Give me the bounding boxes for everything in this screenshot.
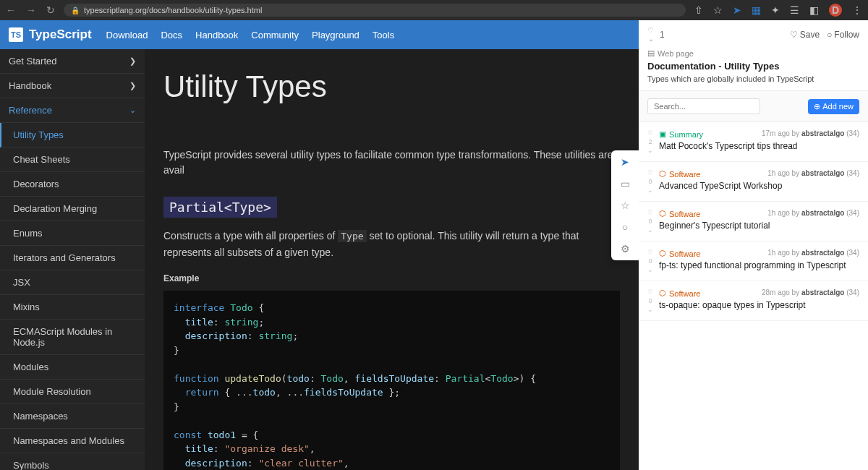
sidebar-item[interactable]: Cheat Sheets — [0, 148, 145, 172]
sidebar-item[interactable]: ECMAScript Modules in Node.js — [0, 320, 145, 355]
vote-count: 0 — [648, 257, 652, 265]
tool-gear-icon[interactable]: ⚙ — [621, 243, 630, 255]
downvote-icon[interactable]: ⌄ — [647, 147, 653, 154]
section-heading: Partial<Type> — [163, 200, 620, 215]
downvote-icon[interactable]: ⌄ — [647, 266, 653, 273]
list-item-body: ▣ Summary17m ago by abstractalgo (34)Mat… — [659, 129, 859, 154]
site-nav: DownloadDocsHandbookCommunityPlaygroundT… — [106, 30, 395, 40]
heart-icon: ♡ — [647, 26, 654, 34]
chevron-icon: ⌄ — [129, 106, 136, 115]
category-tag: ⬡ Software — [659, 169, 700, 179]
downvote-icon: ⌄ — [648, 35, 654, 43]
sidebar-item[interactable]: Namespaces — [0, 404, 145, 429]
downvote-icon[interactable]: ⌄ — [647, 187, 653, 194]
upvote-control[interactable]: ♡ ⌄ — [647, 26, 654, 43]
category-icon: ⬡ — [659, 169, 666, 179]
nav-handbook[interactable]: Handbook — [195, 30, 238, 40]
list-item-body: ⬡ Software1h ago by abstractalgo (34)Beg… — [659, 209, 859, 234]
panel-icon[interactable]: ◧ — [809, 4, 819, 16]
upvote-icon[interactable]: ♡ — [647, 249, 653, 256]
vote-column: ♡0⌄ — [647, 249, 653, 273]
sidebar-item[interactable]: Declaration Merging — [0, 197, 145, 221]
item-title: Beginner's Typescript tutorial — [659, 221, 859, 231]
back-icon[interactable]: ← — [6, 4, 16, 16]
item-meta: 1h ago by abstractalgo (34) — [767, 169, 859, 179]
category-icon: ▣ — [659, 129, 666, 139]
search-input[interactable] — [647, 98, 760, 114]
example-heading: Example — [163, 273, 620, 283]
item-meta: 28m ago by abstractalgo (34) — [762, 289, 859, 298]
sidebar-item[interactable]: Modules — [0, 355, 145, 380]
list-item[interactable]: ♡0⌄⬡ Software1h ago by abstractalgo (34)… — [639, 202, 868, 242]
browser-icons: ⇧ ☆ ➤ ▦ ✦ ☰ ◧ D ⋮ — [694, 4, 862, 17]
list-item[interactable]: ♡2⌄▣ Summary17m ago by abstractalgo (34)… — [639, 122, 868, 162]
tool-bell-icon[interactable]: ○ — [622, 221, 628, 233]
sidebar-item[interactable]: Symbols — [0, 453, 145, 470]
list-item-body: ⬡ Software1h ago by abstractalgo (34)Adv… — [659, 169, 859, 194]
star-icon[interactable]: ☆ — [713, 4, 723, 16]
sidebar-item[interactable]: Enums — [0, 221, 145, 246]
upvote-icon[interactable]: ♡ — [647, 169, 653, 176]
resource-description: Types which are globally included in Typ… — [647, 74, 859, 83]
nav-download[interactable]: Download — [106, 30, 148, 40]
nav-tools[interactable]: Tools — [373, 30, 394, 40]
sidebar-item[interactable]: JSX — [0, 270, 145, 295]
right-panel-meta: ▤ Web page Documentation - Utility Types… — [639, 48, 868, 91]
forward-icon[interactable]: → — [26, 4, 36, 16]
sidebar-item[interactable]: Module Resolution — [0, 380, 145, 404]
ext-translate-icon[interactable]: ▦ — [752, 4, 761, 16]
sidebar-item[interactable]: Utility Types — [0, 123, 145, 148]
brand-text: TypeScript — [29, 27, 92, 42]
readlist-icon[interactable]: ☰ — [790, 4, 799, 16]
extensions-icon[interactable]: ✦ — [771, 4, 780, 16]
ext-arrow-icon[interactable]: ➤ — [733, 4, 741, 16]
tool-arrow-icon[interactable]: ➤ — [621, 156, 629, 168]
resource-title: Documentation - Utility Types — [647, 61, 859, 72]
code-block: interface Todo { title: string; descript… — [163, 291, 620, 470]
save-button[interactable]: ♡ Save — [790, 30, 820, 40]
url-bar[interactable]: 🔒 typescriptlang.org/docs/handbook/utili… — [64, 4, 686, 17]
floating-toolbar: ➤ ▭ ☆ ○ ⚙ — [611, 150, 639, 260]
share-icon[interactable]: ⇧ — [694, 4, 703, 16]
downvote-icon[interactable]: ⌄ — [647, 226, 653, 234]
avatar[interactable]: D — [829, 4, 842, 17]
sidebar-group[interactable]: Handbook❯ — [0, 74, 145, 98]
section-heading-code: Partial<Type> — [163, 197, 277, 218]
list-item[interactable]: ♡0⌄⬡ Software1h ago by abstractalgo (34)… — [639, 242, 868, 281]
upvote-icon[interactable]: ♡ — [647, 289, 653, 296]
nav-community[interactable]: Community — [251, 30, 299, 40]
sidebar-group[interactable]: Get Started❯ — [0, 49, 145, 74]
add-new-button[interactable]: ⊕ Add new — [808, 99, 859, 114]
nav-docs[interactable]: Docs — [161, 30, 182, 40]
item-title: Matt Pocock's Typescript tips thread — [659, 141, 859, 151]
kebab-menu-icon[interactable]: ⋮ — [852, 4, 862, 16]
upvote-icon[interactable]: ♡ — [647, 209, 653, 216]
nav-playground[interactable]: Playground — [312, 30, 359, 40]
site-logo[interactable]: TS TypeScript — [9, 27, 92, 42]
chevron-icon: ❯ — [129, 56, 136, 66]
vote-count: 0 — [648, 218, 652, 225]
vote-count: 0 — [648, 297, 652, 304]
sidebar-item[interactable]: Mixins — [0, 295, 145, 320]
list-item[interactable]: ♡0⌄⬡ Software1h ago by abstractalgo (34)… — [639, 162, 868, 202]
sidebar-item[interactable]: Iterators and Generators — [0, 246, 145, 270]
tool-star-icon[interactable]: ☆ — [621, 200, 630, 211]
reload-icon[interactable]: ↻ — [46, 4, 55, 16]
sidebar-item[interactable]: Namespaces and Modules — [0, 429, 145, 453]
list-item-body: ⬡ Software1h ago by abstractalgo (34)fp-… — [659, 249, 859, 273]
item-meta: 17m ago by abstractalgo (34) — [762, 129, 859, 139]
browser-chrome-bar: ← → ↻ 🔒 typescriptlang.org/docs/handbook… — [0, 0, 868, 20]
follow-button[interactable]: ○ Follow — [827, 30, 859, 40]
sidebar-item[interactable]: Decorators — [0, 172, 145, 197]
upvote-icon[interactable]: ♡ — [647, 129, 653, 137]
tool-card-icon[interactable]: ▭ — [621, 178, 630, 189]
vote-count: 0 — [648, 178, 652, 185]
downvote-icon[interactable]: ⌄ — [647, 306, 653, 313]
list-item[interactable]: ♡0⌄⬡ Software28m ago by abstractalgo (34… — [639, 281, 868, 321]
vote-column: ♡2⌄ — [647, 129, 653, 154]
category-icon: ⬡ — [659, 249, 666, 258]
category-icon: ⬡ — [659, 209, 666, 218]
item-title: fp-ts: typed functional programming in T… — [659, 260, 859, 270]
lock-icon: 🔒 — [71, 7, 80, 14]
sidebar-group[interactable]: Reference⌄ — [0, 98, 145, 123]
